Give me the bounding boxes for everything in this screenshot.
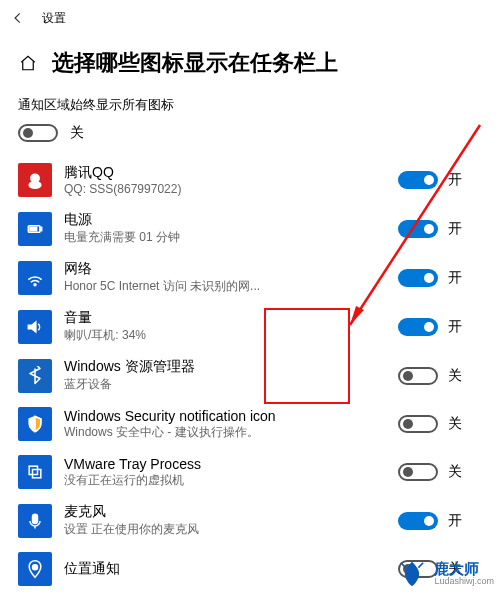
item-toggle[interactable]	[398, 367, 438, 385]
mic-icon	[18, 504, 52, 538]
qq-icon	[18, 163, 52, 197]
item-toggle-label: 关	[448, 415, 462, 433]
item-toggle-label: 开	[448, 171, 462, 189]
list-item: 电源电量充满需要 01 分钟开	[18, 204, 482, 253]
item-toggle[interactable]	[398, 318, 438, 336]
wifi-icon	[18, 261, 52, 295]
item-text: 位置通知	[64, 560, 398, 578]
item-toggle[interactable]	[398, 171, 438, 189]
item-sub: 没有正在运行的虚拟机	[64, 472, 398, 489]
item-toggle-col: 关	[398, 463, 482, 481]
list-item: 音量喇叭/耳机: 34%开	[18, 302, 482, 351]
item-name: 麦克风	[64, 503, 398, 521]
item-sub: 设置 正在使用你的麦克风	[64, 521, 398, 538]
list-item: Windows Security notification iconWindow…	[18, 400, 482, 448]
item-toggle[interactable]	[398, 512, 438, 530]
item-text: 网络Honor 5C Internet 访问 未识别的网...	[64, 260, 398, 295]
item-toggle-label: 开	[448, 269, 462, 287]
item-text: 音量喇叭/耳机: 34%	[64, 309, 398, 344]
list-item: 网络Honor 5C Internet 访问 未识别的网...开	[18, 253, 482, 302]
item-toggle-col: 关	[398, 367, 482, 385]
item-text: 麦克风设置 正在使用你的麦克风	[64, 503, 398, 538]
item-text: Windows Security notification iconWindow…	[64, 408, 398, 441]
watermark: 鹿大师 Ludashiwj.com	[396, 558, 494, 590]
vmware-icon	[18, 455, 52, 489]
item-toggle-col: 开	[398, 269, 482, 287]
back-icon[interactable]	[10, 10, 26, 26]
list-item: VMware Tray Process没有正在运行的虚拟机关	[18, 448, 482, 496]
app-list: 腾讯QQQQ: SSS(867997022)开电源电量充满需要 01 分钟开网络…	[0, 156, 500, 593]
item-sub: 喇叭/耳机: 34%	[64, 327, 398, 344]
top-bar: 设置	[0, 0, 500, 36]
item-name: Windows 资源管理器	[64, 358, 398, 376]
item-name: 腾讯QQ	[64, 164, 398, 182]
item-sub: Windows 安全中心 - 建议执行操作。	[64, 424, 398, 441]
item-sub: QQ: SSS(867997022)	[64, 182, 398, 196]
item-name: 网络	[64, 260, 398, 278]
svg-rect-6	[30, 227, 37, 230]
watermark-logo-icon	[396, 558, 428, 590]
item-toggle-col: 开	[398, 220, 482, 238]
bluetooth-icon	[18, 359, 52, 393]
item-toggle[interactable]	[398, 220, 438, 238]
item-toggle-col: 关	[398, 415, 482, 433]
location-icon	[18, 552, 52, 586]
svg-point-7	[34, 283, 36, 285]
home-icon[interactable]	[18, 53, 38, 73]
list-item: 麦克风设置 正在使用你的麦克风开	[18, 496, 482, 545]
item-name: 音量	[64, 309, 398, 327]
item-toggle-label: 关	[448, 463, 462, 481]
item-toggle[interactable]	[398, 269, 438, 287]
item-toggle-col: 开	[398, 171, 482, 189]
item-sub: 电量充满需要 01 分钟	[64, 229, 398, 246]
svg-point-2	[33, 177, 35, 179]
master-toggle-row: 关	[0, 124, 500, 156]
item-name: Windows Security notification icon	[64, 408, 398, 424]
item-toggle-col: 开	[398, 318, 482, 336]
page-title: 选择哪些图标显示在任务栏上	[52, 48, 338, 78]
item-toggle-label: 关	[448, 367, 462, 385]
item-name: VMware Tray Process	[64, 456, 398, 472]
list-item: 腾讯QQQQ: SSS(867997022)开	[18, 156, 482, 204]
item-toggle-label: 开	[448, 220, 462, 238]
item-toggle[interactable]	[398, 463, 438, 481]
topbar-label: 设置	[42, 10, 66, 27]
item-text: VMware Tray Process没有正在运行的虚拟机	[64, 456, 398, 489]
watermark-text-en: Ludashiwj.com	[434, 577, 494, 587]
item-sub: Honor 5C Internet 访问 未识别的网...	[64, 278, 398, 295]
shield-icon	[18, 407, 52, 441]
master-toggle-label: 关	[70, 124, 84, 142]
page-subheader: 通知区域始终显示所有图标	[0, 96, 500, 114]
list-item: Windows 资源管理器蓝牙设备关	[18, 351, 482, 400]
item-text: 腾讯QQQQ: SSS(867997022)	[64, 164, 398, 196]
volume-icon	[18, 310, 52, 344]
item-toggle-col: 开	[398, 512, 482, 530]
item-toggle-label: 开	[448, 318, 462, 336]
item-text: Windows 资源管理器蓝牙设备	[64, 358, 398, 393]
page-header: 选择哪些图标显示在任务栏上	[0, 36, 500, 96]
item-sub: 蓝牙设备	[64, 376, 398, 393]
svg-rect-9	[33, 470, 41, 478]
item-text: 电源电量充满需要 01 分钟	[64, 211, 398, 246]
watermark-text-cn: 鹿大师	[434, 561, 494, 578]
svg-point-3	[36, 177, 38, 179]
item-toggle-label: 开	[448, 512, 462, 530]
master-toggle[interactable]	[18, 124, 58, 142]
svg-rect-5	[40, 227, 42, 230]
item-name: 位置通知	[64, 560, 398, 578]
svg-point-12	[33, 565, 38, 570]
item-name: 电源	[64, 211, 398, 229]
item-toggle[interactable]	[398, 415, 438, 433]
power-icon	[18, 212, 52, 246]
svg-point-1	[29, 182, 41, 189]
svg-rect-10	[33, 514, 38, 523]
svg-rect-8	[29, 466, 37, 474]
